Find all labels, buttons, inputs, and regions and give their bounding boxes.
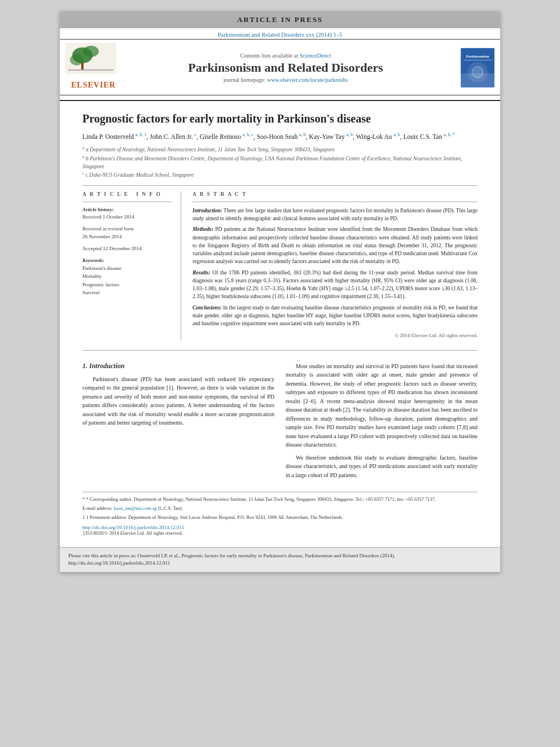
divider-abstract	[193, 202, 478, 202]
intro-label: Introduction:	[193, 208, 222, 213]
abstract-results: Results: Of the 1786 PD patients identif…	[193, 269, 478, 301]
introduction-section: 1. Introduction Parkinson's disease (PD)…	[82, 362, 478, 484]
section-title: 1. Introduction	[82, 362, 274, 370]
article-body: Prognostic factors for early mortality i…	[60, 111, 500, 536]
citation-text: Please cite this article in press as: Oo…	[68, 553, 395, 566]
intro-text-right: Most studies on mortality and survival i…	[286, 362, 478, 480]
journal-main-header: ELSEVIER Contents lists available at Sci…	[60, 39, 500, 95]
abstract-text: Introduction: There are few large studie…	[193, 207, 478, 340]
elsevier-brand: ELSEVIER	[65, 79, 122, 93]
divider-info	[82, 202, 172, 202]
results-label: Results:	[193, 270, 211, 276]
affiliations: a a Department of Neurology, National Ne…	[82, 145, 478, 179]
intro-text-left: Parkinson's disease (PD) has been associ…	[82, 375, 274, 427]
contents-line: Contents lists available at ScienceDirec…	[122, 53, 449, 59]
received-text: Received 1 October 2014	[82, 213, 172, 221]
results-text: Of the 1786 PD patients identified, 363 …	[193, 270, 478, 300]
intro-col-right: Most studies on mortality and survival i…	[286, 362, 478, 484]
intro-columns: 1. Introduction Parkinson's disease (PD)…	[82, 362, 478, 484]
journal-center: Contents lists available at ScienceDirec…	[122, 53, 449, 83]
email-link[interactable]: louis_tan@nni.com.sg	[113, 505, 156, 511]
svg-rect-8	[463, 60, 492, 60]
intro-col-left: 1. Introduction Parkinson's disease (PD)…	[82, 362, 274, 484]
conclusions-label: Conclusions:	[193, 305, 222, 311]
abstract-intro: Introduction: There are few large studie…	[193, 207, 478, 223]
divider-mid	[82, 350, 478, 351]
methods-text: PD patients at the National Neuroscience…	[193, 226, 478, 264]
journal-logo-right: Parkinsonism	[449, 48, 495, 88]
copyright-line: © 2014 Elsevier Ltd. All rights reserved…	[193, 332, 478, 340]
info-abstract-columns: A R T I C L E I N F O Article history: R…	[82, 191, 478, 340]
svg-rect-4	[81, 63, 84, 69]
journal-logo-left: ELSEVIER	[65, 43, 122, 93]
affiliation-a: a a Department of Neurology, National Ne…	[82, 145, 478, 154]
sciencedirect-link[interactable]: ScienceDirect	[299, 53, 331, 59]
homepage-label: journal homepage:	[224, 77, 266, 83]
intro-para-right-2: We therefore undertook this study to eva…	[286, 453, 478, 480]
svg-text:Parkinsonism: Parkinsonism	[466, 54, 489, 59]
abstract-column: A B S T R A C T Introduction: There are …	[193, 191, 478, 340]
article-page: ARTICLE IN PRESS Parkinsonism and Relate…	[60, 11, 500, 572]
abstract-conclusions: Conclusions: In the largest study to dat…	[193, 304, 478, 328]
affiliation-c: c c Duke-NUS Graduate Medical School, Si…	[82, 171, 478, 179]
license-text: 1353-8020/© 2014 Elsevier Ltd. All right…	[82, 530, 478, 536]
journal-ref-text: Parkinsonism and Related Disorders xxx (…	[218, 32, 342, 38]
journal-title: Parkinsonism and Related Disorders	[122, 60, 449, 75]
article-info-header: A R T I C L E I N F O	[82, 191, 172, 197]
footnote-corresponding: * * Corresponding author. Department of …	[82, 496, 478, 503]
aip-text: ARTICLE IN PRESS	[237, 15, 323, 24]
journal-cover-image: Parkinsonism	[461, 48, 495, 88]
email-label: E-mail address:	[82, 505, 112, 511]
keywords-list: Parkinson's disease Mortality Prognostic…	[82, 264, 172, 297]
accepted-text: Accepted 12 December 2014	[82, 245, 172, 253]
aip-banner: ARTICLE IN PRESS	[60, 11, 500, 28]
footnote-area: * * Corresponding author. Department of …	[82, 492, 478, 535]
history-label: Article history:	[82, 207, 172, 212]
divider-top	[82, 185, 478, 186]
methods-label: Methods:	[193, 226, 213, 232]
affiliation-b: b b Parkinson's Disease and Movement Dis…	[82, 154, 478, 171]
doi-link[interactable]: http://dx.doi.org/10.1016/j.parkreldis.2…	[82, 525, 478, 530]
keywords-label: Keywords:	[82, 257, 172, 263]
footnote-permanent: 1 1 Permanent address: Department of Neu…	[82, 514, 478, 521]
footnote-email: E-mail address: louis_tan@nni.com.sg (L.…	[82, 505, 478, 512]
elsevier-text: ELSEVIER	[71, 81, 116, 90]
svg-rect-5	[68, 69, 113, 71]
intro-para-right-1: Most studies on mortality and survival i…	[286, 362, 478, 449]
abstract-methods: Methods: PD patients at the National Neu…	[193, 225, 478, 265]
authors-line: Linda P. Oosterveld a, b, 1, John C. All…	[82, 132, 478, 142]
svg-point-10	[472, 67, 483, 78]
svg-point-2	[83, 46, 99, 57]
contents-label: Contents lists available at	[240, 53, 298, 59]
journal-ref-line: Parkinsonism and Related Disorders xxx (…	[60, 28, 500, 39]
cover-svg: Parkinsonism	[461, 49, 494, 87]
citation-banner: Please cite this article in press as: Oo…	[60, 547, 500, 572]
article-title: Prognostic factors for early mortality i…	[82, 111, 478, 126]
intro-text: There are few large studies that have ev…	[193, 208, 478, 221]
email-person: (L.C.S. Tan).	[158, 505, 183, 511]
conclusions-text: In the largest study to date evaluating …	[193, 305, 478, 327]
elsevier-tree-icon	[65, 43, 116, 77]
journal-homepage: journal homepage: www.elsevier.com/locat…	[122, 77, 449, 83]
intro-para-1: Parkinson's disease (PD) has been associ…	[82, 375, 274, 427]
article-info-column: A R T I C L E I N F O Article history: R…	[82, 191, 181, 340]
homepage-link[interactable]: www.elsevier.com/locate/parkreldis	[267, 77, 348, 83]
journal-header: Parkinsonism and Related Disorders xxx (…	[60, 28, 500, 101]
abstract-header: A B S T R A C T	[193, 191, 478, 197]
revised-text: Received in revised form26 November 2014	[82, 225, 172, 241]
